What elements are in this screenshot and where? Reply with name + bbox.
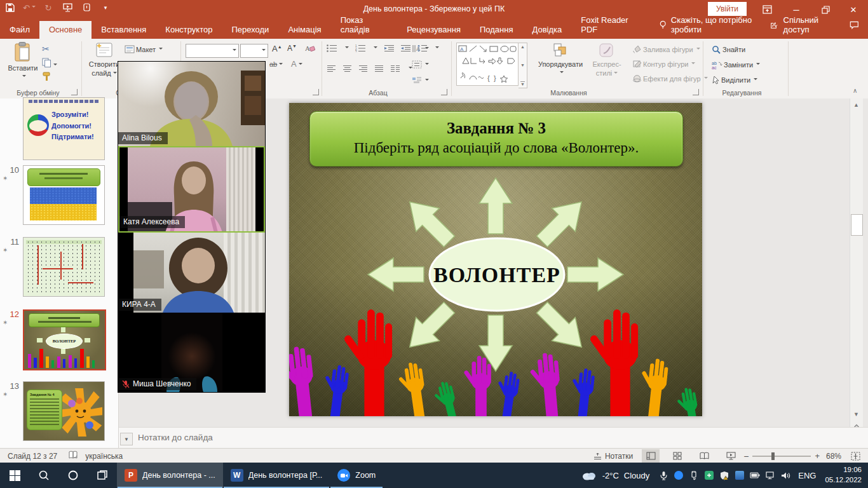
align-right-button[interactable] [358, 65, 368, 72]
zoom-tray-icon[interactable] [671, 463, 686, 488]
thumbnail-slide-12[interactable]: ВОЛОНТЕР [23, 309, 106, 370]
convert-smartart-button[interactable] [412, 76, 429, 85]
scroll-up-button[interactable]: ▲ [851, 99, 862, 110]
numbering-button[interactable]: 123 [355, 44, 365, 52]
clipboard-dialog-launcher[interactable] [71, 89, 78, 95]
align-left-button[interactable] [327, 65, 336, 72]
zoom-percentage[interactable]: 68% [826, 452, 841, 461]
slide-sorter-view-button[interactable] [668, 449, 686, 463]
scroll-down-button[interactable]: ▼ [851, 409, 862, 419]
columns-button[interactable] [390, 65, 400, 72]
task-view-icon[interactable] [88, 463, 117, 488]
zoom-slider-track[interactable] [752, 456, 811, 457]
zoom-out-button[interactable]: − [743, 451, 749, 461]
notes-toggle[interactable]: Нотатки [593, 452, 633, 461]
tab-view[interactable]: Подання [470, 21, 523, 39]
defender-tray-icon[interactable] [717, 463, 732, 488]
weather-cloud-icon[interactable] [578, 463, 600, 488]
microphone-tray-icon[interactable] [656, 463, 671, 488]
spell-check-icon[interactable] [69, 451, 79, 461]
arrange-button[interactable]: Упорядкувати [536, 42, 585, 75]
video-tile-kira[interactable]: КИРА 4-А [118, 233, 265, 313]
thumbnail-slide-10[interactable] [23, 165, 105, 225]
paragraph-dialog-launcher[interactable] [441, 89, 447, 95]
bullets-button[interactable] [327, 44, 337, 52]
comments-icon[interactable] [850, 20, 859, 30]
scrollbar-thumb[interactable] [851, 214, 863, 236]
search-icon[interactable] [29, 463, 58, 488]
find-button[interactable]: Знайти [712, 45, 745, 54]
notes-collapse-button[interactable]: ▼ [120, 433, 133, 445]
increase-indent-button[interactable] [400, 44, 410, 52]
paste-button[interactable]: Вставити [6, 42, 39, 79]
tab-insert[interactable]: Вставлення [92, 21, 156, 39]
layout-button[interactable]: Макет [125, 45, 163, 53]
select-button[interactable]: Виділити [712, 76, 757, 85]
tab-file[interactable]: Файл [0, 21, 39, 39]
zoom-slider-thumb[interactable] [771, 452, 775, 460]
sign-in-button[interactable]: Увійти [708, 2, 747, 16]
text-direction-button[interactable]: A [412, 44, 429, 53]
taskbar-app-zoom[interactable]: Zoom [330, 463, 383, 488]
video-tile-misha[interactable]: Миша Шевченко [118, 313, 265, 392]
drawing-dialog-launcher[interactable] [693, 89, 699, 95]
tab-foxit[interactable]: Foxit Reader PDF [571, 11, 648, 39]
align-center-button[interactable] [342, 65, 352, 72]
shape-fill-button[interactable]: Заливка фігури [632, 45, 700, 53]
normal-view-button[interactable] [642, 449, 660, 463]
battery-tray-icon[interactable] [747, 463, 763, 488]
weather-temp[interactable]: -2°C [600, 471, 621, 480]
thumbnail-slide-9[interactable]: Зрозуміти! Допомогти! Підтримати! [23, 97, 105, 160]
cut-button[interactable]: ✂ [42, 44, 50, 54]
tab-slideshow[interactable]: Показ слайдів [331, 11, 398, 39]
taskbar-app-word[interactable]: W День волонтера [Р... [223, 463, 330, 488]
notes-pane[interactable]: ▼ Нотатки до слайда [119, 427, 868, 449]
tab-transitions[interactable]: Переходи [222, 21, 278, 39]
font-name-combo[interactable] [186, 44, 239, 58]
format-painter-button[interactable] [42, 72, 51, 83]
taskbar-app-powerpoint[interactable]: P День волонтера - ... [117, 463, 223, 488]
volume-tray-icon[interactable] [778, 463, 793, 488]
clear-formatting-button[interactable]: A [305, 44, 315, 54]
quick-styles-button[interactable]: Експрес-стилі [587, 42, 627, 78]
app-tray-icon[interactable] [732, 463, 747, 488]
strikethrough-button[interactable]: ab [269, 60, 283, 68]
shape-outline-button[interactable]: Контур фігури [632, 60, 695, 68]
notes-placeholder[interactable]: Нотатки до слайда [138, 433, 213, 442]
new-slide-button[interactable]: Створитислайд [86, 42, 122, 78]
tab-home[interactable]: Основне [39, 21, 92, 39]
language-indicator[interactable]: українська [85, 452, 123, 461]
tell-me-box[interactable]: Скажіть, що потрібно зробити [660, 15, 770, 39]
video-tile-alina[interactable]: Alina Bilous [118, 62, 265, 146]
weather-condition[interactable]: Cloudy [621, 471, 656, 480]
copy-button[interactable] [42, 58, 57, 69]
clock[interactable]: 19:06 05.12.2022 [821, 465, 868, 485]
screen-record-tray-icon[interactable] [702, 463, 717, 488]
share-button[interactable]: Спільний доступ [770, 15, 837, 34]
tab-animations[interactable]: Анімація [278, 21, 330, 39]
tab-help[interactable]: Довідка [522, 21, 571, 39]
vertical-scrollbar[interactable]: ▲ ▼ [850, 98, 863, 445]
video-tile-katya[interactable]: Катя Алексеева [118, 146, 265, 233]
usb-tray-icon[interactable] [686, 463, 702, 488]
zoom-video-strip[interactable]: Alina Bilous Катя Алексеева [118, 62, 265, 392]
shapes-gallery[interactable]: A {} [456, 43, 519, 86]
font-color-button[interactable]: A [291, 59, 302, 69]
tab-design[interactable]: Конструктор [156, 21, 222, 39]
network-tray-icon[interactable] [763, 463, 778, 488]
justify-button[interactable] [374, 65, 384, 72]
shapes-gallery-scroll[interactable]: ▲▼▼ [519, 43, 527, 88]
cortana-icon[interactable] [58, 463, 88, 488]
slide-canvas[interactable]: Завдання № 3 Підберіть ряд асоціацій до … [289, 103, 702, 416]
decrease-font-button[interactable]: A▼ [287, 44, 297, 53]
font-dialog-launcher[interactable] [313, 89, 319, 95]
decrease-indent-button[interactable] [384, 44, 394, 52]
fit-slide-to-window-button[interactable] [846, 449, 864, 463]
zoom-in-button[interactable]: + [815, 451, 820, 461]
reading-view-button[interactable] [695, 449, 713, 463]
thumbnail-slide-11[interactable] [23, 237, 105, 297]
font-size-combo[interactable] [240, 44, 268, 58]
thumbnail-slide-13[interactable]: Завдання № 4 [23, 381, 105, 441]
align-text-button[interactable] [412, 60, 429, 69]
slideshow-view-button[interactable] [722, 449, 740, 463]
